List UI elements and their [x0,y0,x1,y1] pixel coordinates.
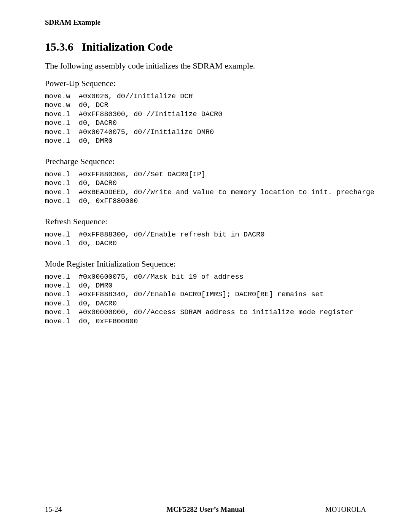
footer-brand: MOTOROLA [325,505,366,514]
code-refresh: move.l #0xFF888300, d0//Enable refresh b… [45,230,366,248]
running-head: SDRAM Example [45,18,366,27]
footer-page-number: 15-24 [45,505,62,514]
page: SDRAM Example 15.3.6Initialization Code … [0,0,411,532]
subhead-precharge: Precharge Sequence: [45,157,366,166]
section-heading: 15.3.6Initialization Code [45,40,366,53]
subhead-powerup: Power-Up Sequence: [45,78,366,88]
code-precharge: move.l #0xFF880308, d0//Set DACR0[IP] mo… [45,170,366,206]
section-number: 15.3.6 [45,40,73,53]
subhead-modereg: Mode Register Initialization Sequence: [45,259,366,269]
intro-paragraph: The following assembly code initializes … [45,60,366,72]
subhead-refresh: Refresh Sequence: [45,217,366,227]
code-modereg: move.l #0x00600075, d0//Mask bit 19 of a… [45,273,366,326]
page-footer: 15-24 MCF5282 User’s Manual MOTOROLA [45,505,366,514]
code-powerup: move.w #0x0026, d0//Initialize DCR move.… [45,92,366,146]
footer-manual-title: MCF5282 User’s Manual [166,505,244,514]
section-title: Initialization Code [82,40,173,53]
